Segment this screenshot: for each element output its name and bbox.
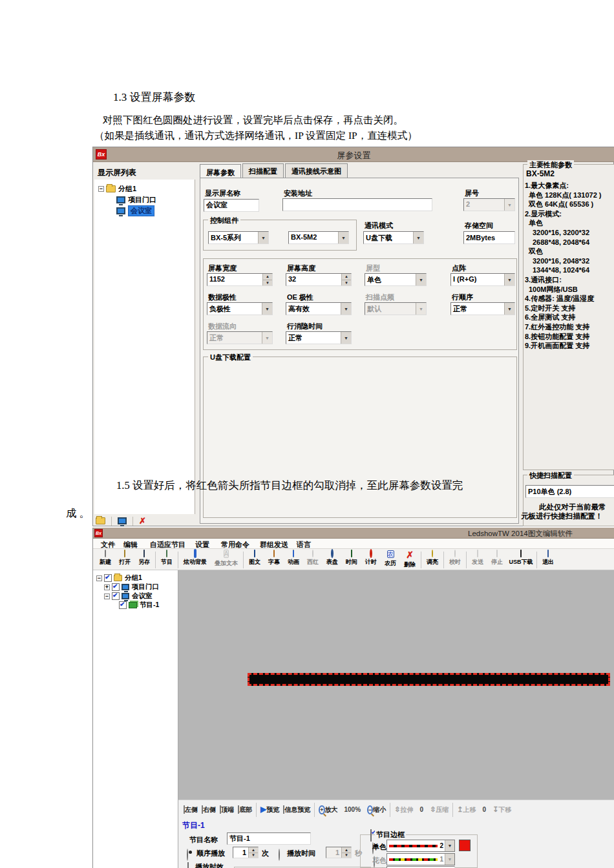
tree-node-screen[interactable]: − 会议室 <box>93 592 178 601</box>
led-screen-strip[interactable] <box>248 673 610 686</box>
tree-node-label[interactable]: 项目门口 <box>128 195 156 205</box>
custom-border-input[interactable] <box>386 866 455 868</box>
toolbar-graphic-text[interactable]: 图文 <box>245 550 264 566</box>
toolbar-timer[interactable]: 计时 <box>361 550 381 566</box>
toolbar-open[interactable]: 打开 <box>115 550 134 566</box>
menu-edit[interactable]: 编辑 <box>123 540 138 550</box>
toolbar-exit[interactable]: 退出 <box>538 550 558 566</box>
checkbox-checked[interactable] <box>104 574 112 582</box>
tree-node-group[interactable]: − 分组1 <box>94 183 195 194</box>
delete-screen-icon[interactable]: ✗ <box>139 516 146 526</box>
toolbar-dial[interactable]: 表盘 <box>323 550 342 566</box>
model-select[interactable]: BX-5M2 <box>288 231 349 244</box>
menu-group-send[interactable]: 群组发送 <box>260 540 288 550</box>
align-right-button[interactable]: 右侧 <box>202 805 216 814</box>
tree-node-label[interactable]: 节目-1 <box>140 601 159 610</box>
toolbar-new[interactable]: 新建 <box>96 550 115 566</box>
tab-wiring-diagram[interactable]: 通讯接线示意图 <box>285 163 348 179</box>
add-screen-icon[interactable] <box>118 517 127 524</box>
blanking-select[interactable]: 正常 <box>286 331 352 344</box>
screen-type-select[interactable]: 单色 <box>365 273 427 286</box>
toolbar-delete[interactable]: ✗删除 <box>400 550 419 569</box>
program-name-input[interactable] <box>227 832 311 845</box>
chevron-down-icon <box>413 232 423 243</box>
main-titlebar[interactable]: Bx LedshowTW 2014图文编辑软件 <box>93 528 614 539</box>
checkbox-checked[interactable] <box>112 583 120 591</box>
tab-scan-config[interactable]: 扫描配置 <box>242 163 284 179</box>
menu-language[interactable]: 语言 <box>297 540 311 550</box>
screen-icon <box>122 593 129 599</box>
border-color-swatch[interactable] <box>459 840 471 851</box>
tree-node-label[interactable]: 分组1 <box>125 574 142 583</box>
clock-dial-icon <box>331 549 333 558</box>
toolbar-usb-download[interactable]: USB下载 <box>507 550 535 566</box>
series-select[interactable]: BX-5系列 <box>208 231 269 244</box>
width-spinner[interactable]: 1152▲▼ <box>207 273 273 286</box>
zoom-in-button[interactable]: +放大 <box>319 805 337 814</box>
zoom-out-button[interactable]: −缩小 <box>367 805 386 814</box>
collapse-icon[interactable]: − <box>98 186 104 192</box>
tree-node-label[interactable]: 会议室 <box>132 592 153 601</box>
chevron-down-icon <box>504 274 514 285</box>
address-input[interactable] <box>282 198 432 211</box>
row-order-select[interactable]: 正常 <box>450 302 515 315</box>
comm-mode-select[interactable]: U盘下载 <box>363 231 424 244</box>
toolbar-subtitle[interactable]: 字幕 <box>264 550 284 566</box>
data-flow-select[interactable]: 正常 <box>207 331 273 344</box>
screen-list-tree[interactable]: − 分组1 项目门口 会议室 <box>94 180 195 514</box>
screen-name-input[interactable] <box>204 199 259 212</box>
toolbar-animation[interactable]: 动画 <box>284 550 303 566</box>
checkbox-checked[interactable] <box>112 592 120 600</box>
storage-input[interactable] <box>463 231 515 244</box>
mono-border-style-select[interactable]: 2 <box>386 840 455 852</box>
align-bottom-button[interactable]: 底部 <box>238 805 252 814</box>
checkbox-checked[interactable] <box>119 601 127 609</box>
screen-no-select[interactable]: 2 <box>463 198 515 211</box>
height-spinner[interactable]: 32▲▼ <box>286 273 352 286</box>
oe-polarity-select[interactable]: 高有效 <box>286 302 352 315</box>
scan-freq-select[interactable]: 默认 <box>365 302 427 315</box>
toolbar-save-as[interactable]: 另存 <box>134 550 154 566</box>
tree-node-label[interactable]: 会议室 <box>128 205 154 216</box>
menu-common-commands[interactable]: 常用命令 <box>221 540 249 550</box>
info-preview-button[interactable]: 信息预览 <box>283 805 310 814</box>
toolbar-program[interactable]: 节目 <box>157 550 176 566</box>
quick-scan-note: 此处仅对于当前最常 <box>539 502 606 512</box>
align-top-button[interactable]: 顶端 <box>220 805 234 814</box>
quick-scan-select[interactable]: P10单色 (2.8) <box>525 485 614 498</box>
sequence-play-radio[interactable] <box>187 849 188 861</box>
program-border-checkbox[interactable] <box>370 829 372 842</box>
menu-settings[interactable]: 设置 <box>195 540 209 550</box>
expand-icon[interactable]: + <box>104 584 110 590</box>
tree-node-screen[interactable]: 项目门口 <box>94 194 195 205</box>
toolbar-brightness[interactable]: 调亮 <box>423 550 442 566</box>
tree-node-group[interactable]: − 分组1 <box>93 574 178 583</box>
align-left-button[interactable]: 左侧 <box>184 805 198 814</box>
toolbar-time[interactable]: 时间 <box>342 550 361 566</box>
paragraph: 对照下图红色圆圈处进行设置，设置完毕后点击保存，再点击关闭。 <box>103 114 403 127</box>
tree-node-screen[interactable]: + 项目门口 <box>93 583 178 592</box>
play-count-spinner[interactable]: 1▲▼ <box>233 847 259 858</box>
collapse-icon[interactable]: − <box>96 575 102 581</box>
spec-line: 3200*16, 2048*32 <box>525 256 602 266</box>
toolbar-dazzle-background[interactable]: 炫动背景 <box>180 550 211 566</box>
preview-button[interactable]: ▶预览 <box>260 805 279 814</box>
tree-node-label[interactable]: 分组1 <box>118 184 136 194</box>
matrix-select[interactable]: I (R+G) <box>450 273 515 286</box>
menu-file[interactable]: 文件 <box>101 540 115 550</box>
tree-node-label[interactable]: 项目门口 <box>132 583 159 592</box>
comm-mode-label: 通讯模式 <box>365 221 393 231</box>
play-time-radio[interactable] <box>279 849 280 861</box>
play-validity-checkbox[interactable] <box>187 862 189 868</box>
data-polarity-select[interactable]: 负极性 <box>207 302 273 315</box>
move-down-icon: ↧ <box>492 805 498 813</box>
play-time-spinner[interactable]: 1▲▼ <box>326 847 352 858</box>
tree-node-program[interactable]: 节目-1 <box>93 601 178 610</box>
multi-border-style-select[interactable]: 1 <box>386 853 455 865</box>
collapse-icon[interactable]: − <box>104 594 110 599</box>
tree-node-screen-selected[interactable]: 会议室 <box>94 205 195 216</box>
add-group-icon[interactable] <box>96 517 105 524</box>
program-tree[interactable]: − 分组1 + 项目门口 − 会议室 节目-1 <box>93 570 178 868</box>
menu-adaptive-program[interactable]: 自适应节目 <box>150 540 185 550</box>
toolbar-lunar[interactable]: 农农历 <box>381 550 400 568</box>
